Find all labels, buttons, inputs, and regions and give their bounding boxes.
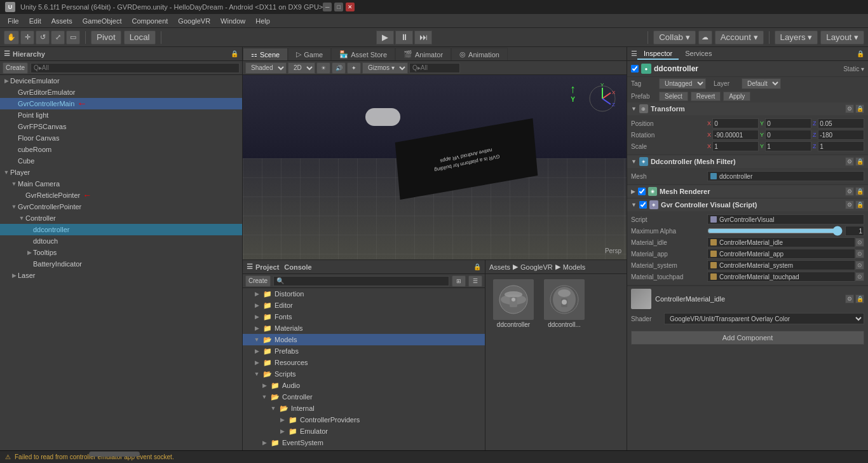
move-tool[interactable]: ✛: [20, 31, 34, 45]
menu-help[interactable]: Help: [250, 16, 275, 26]
scene-search[interactable]: [409, 63, 460, 73]
layers-dropdown[interactable]: Layers ▾: [775, 31, 818, 45]
tree-item-ddcontroller[interactable]: ddcontroller: [0, 224, 242, 235]
folder-internal[interactable]: ▼ 📂 Internal: [243, 403, 485, 414]
tree-item-cuberoom[interactable]: cubeRoom: [0, 144, 242, 155]
folder-resources[interactable]: ▶ 📁 Resources: [243, 357, 485, 368]
gvr-script-settings-icon[interactable]: ⚙: [845, 200, 854, 209]
folder-controllerproviders[interactable]: ▶ 📁 ControllerProviders: [243, 414, 485, 425]
material-app-field[interactable]: ControllerMaterial_app: [707, 249, 855, 259]
material-settings-icon[interactable]: ⚙: [845, 294, 854, 303]
folder-eventsystem[interactable]: ▶ 📁 EventSystem: [243, 437, 485, 448]
folder-scripts[interactable]: ▼ 📂 Scripts: [243, 368, 485, 380]
folder-prefabs[interactable]: ▶ 📁 Prefabs: [243, 345, 485, 357]
tab-asset-store[interactable]: 🏪 Asset Store: [331, 48, 395, 60]
scale-z[interactable]: 1: [818, 141, 864, 151]
position-x[interactable]: 0: [712, 118, 759, 128]
folder-models[interactable]: ▼ 📂 Models: [243, 334, 485, 345]
rect-tool[interactable]: ▭: [66, 31, 80, 45]
project-create-button[interactable]: Create: [245, 275, 271, 287]
prefab-apply-button[interactable]: Apply: [723, 92, 750, 101]
tree-item-floorcanvas[interactable]: Floor Canvas: [0, 132, 242, 144]
mesh-renderer-settings-icon[interactable]: ⚙: [845, 187, 854, 196]
tree-item-batteryindicator[interactable]: BatteryIndicator: [0, 258, 242, 270]
mesh-filter-lock-icon[interactable]: 🔒: [855, 157, 864, 166]
shader-dropdown[interactable]: GoogleVR/Unlit/Transparent Overlay Color: [664, 313, 864, 324]
transform-settings-icon[interactable]: ⚙: [845, 104, 854, 113]
scene-view[interactable]: GVR is a platform for buildingnative And…: [243, 75, 627, 259]
folder-audio[interactable]: ▶ 📁 Audio: [243, 380, 485, 391]
breadcrumb-assets[interactable]: Assets: [489, 263, 510, 271]
project-list-btn[interactable]: ☰: [468, 275, 482, 287]
max-alpha-value[interactable]: 1: [845, 226, 864, 236]
folder-editor[interactable]: ▶ 📁 Editor: [243, 300, 485, 311]
mesh-renderer-checkbox[interactable]: [638, 188, 646, 195]
tab-animator[interactable]: 🎬 Animator: [395, 48, 451, 60]
close-button[interactable]: ✕: [346, 3, 355, 11]
menu-file[interactable]: File: [3, 16, 24, 26]
max-alpha-slider[interactable]: [707, 227, 843, 235]
tab-animation[interactable]: ◎ Animation: [451, 48, 508, 60]
project-view-btn[interactable]: ⊞: [452, 275, 466, 287]
breadcrumb-googlevr[interactable]: GoogleVR: [520, 263, 553, 271]
pause-button[interactable]: ⏸: [395, 31, 413, 45]
script-value-field[interactable]: GvrControllerVisual: [707, 214, 864, 225]
tree-item-tooltips[interactable]: ▶ Tooltips: [0, 247, 242, 258]
account-dropdown[interactable]: Account ▾: [715, 31, 764, 45]
hierarchy-lock-icon[interactable]: 🔒: [231, 50, 238, 57]
tab-scene[interactable]: ⚏ Scene: [243, 48, 288, 60]
hierarchy-create-button[interactable]: Create: [3, 62, 28, 74]
prefab-select-button[interactable]: Select: [659, 92, 688, 101]
tree-item-gvrfpscanvas[interactable]: GvrFPSCanvas: [0, 121, 242, 132]
gvr-script-header[interactable]: ▼ ◈ Gvr Controller Visual (Script) ⚙ 🔒: [627, 198, 868, 211]
folder-distortion[interactable]: ▶ 📁 Distortion: [243, 288, 485, 300]
material-idle-field[interactable]: ControllerMaterial_idle: [707, 237, 855, 247]
rotate-tool[interactable]: ↺: [36, 31, 50, 45]
project-tab[interactable]: Project: [255, 263, 279, 271]
tag-dropdown[interactable]: Untagged: [659, 78, 706, 89]
scene-gizmo[interactable]: X Y Z: [585, 81, 620, 118]
transform-lock-icon[interactable]: 🔒: [855, 104, 864, 113]
gvr-script-checkbox[interactable]: [639, 201, 647, 209]
object-active-checkbox[interactable]: [631, 65, 639, 73]
material-lock-icon[interactable]: 🔒: [855, 294, 864, 303]
audio-toggle[interactable]: 🔊: [332, 62, 346, 74]
menu-gameobject[interactable]: GameObject: [78, 16, 127, 26]
tree-item-pointlight[interactable]: Point light: [0, 109, 242, 121]
tree-item-deviceemulator[interactable]: ▶ DeviceEmulator: [0, 75, 242, 86]
local-dropdown[interactable]: Local: [124, 31, 156, 45]
tree-item-laser[interactable]: ▶ Laser: [0, 270, 242, 281]
mesh-renderer-header[interactable]: ▶ ◉ Mesh Renderer ⚙ 🔒: [627, 185, 868, 198]
mesh-filter-header[interactable]: ▼ ◈ Ddcontroller (Mesh Filter) ⚙ 🔒: [627, 155, 868, 168]
shaded-dropdown[interactable]: Shaded: [245, 62, 287, 74]
project-search[interactable]: [273, 276, 449, 286]
transform-header[interactable]: ▼ ⊕ Transform ⚙ 🔒: [627, 102, 868, 115]
rotation-y[interactable]: 0: [765, 130, 811, 140]
scale-tool[interactable]: ⤢: [51, 31, 65, 45]
step-button[interactable]: ⏭: [414, 31, 432, 45]
scale-x[interactable]: 1: [712, 141, 759, 151]
menu-assets[interactable]: Assets: [46, 16, 78, 26]
add-component-button[interactable]: Add Component: [631, 331, 864, 345]
menu-window[interactable]: Window: [215, 16, 250, 26]
menu-component[interactable]: Component: [126, 16, 173, 26]
play-button[interactable]: ▶: [376, 31, 394, 45]
tab-inspector[interactable]: Inspector: [637, 48, 679, 60]
mesh-filter-settings-icon[interactable]: ⚙: [845, 157, 854, 166]
light-toggle[interactable]: ☀: [316, 62, 330, 74]
2d-dropdown[interactable]: 2D: [288, 62, 315, 74]
mesh-renderer-lock-icon[interactable]: 🔒: [855, 187, 864, 196]
scrollbar-handle[interactable]: [89, 452, 140, 457]
hand-tool[interactable]: ✋: [4, 31, 19, 45]
tree-item-gvrcontrollermain[interactable]: GvrControllerMain ←: [0, 98, 242, 109]
breadcrumb-models[interactable]: Models: [563, 263, 585, 271]
material-touchpad-target-icon[interactable]: ⊙: [855, 272, 864, 281]
material-system-target-icon[interactable]: ⊙: [855, 261, 864, 270]
maximize-button[interactable]: □: [334, 3, 343, 11]
gvr-script-lock-icon[interactable]: 🔒: [855, 200, 864, 209]
position-z[interactable]: 0.05: [818, 118, 864, 128]
tree-item-player[interactable]: ▼ Player: [0, 167, 242, 178]
tree-item-ddtouch[interactable]: ddtouch: [0, 235, 242, 247]
gizmos-dropdown[interactable]: Gizmos ▾: [362, 62, 408, 74]
prefab-revert-button[interactable]: Revert: [691, 92, 721, 101]
